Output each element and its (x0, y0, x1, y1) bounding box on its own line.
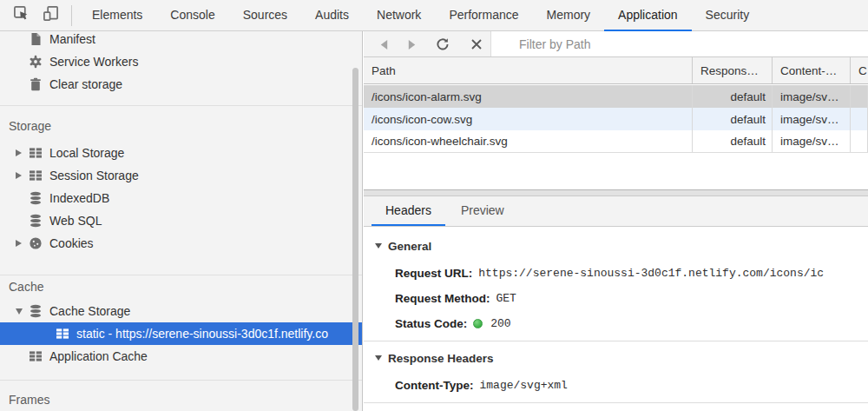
status-green-dot-icon (473, 319, 483, 328)
sidebar-item-session-storage[interactable]: Session Storage (0, 164, 362, 187)
collapse-arrow-icon (16, 308, 29, 315)
sidebar-item-label: Cache Storage (49, 304, 130, 318)
sidebar-item-service-workers[interactable]: Service Workers (0, 50, 362, 73)
sidebar-item-clear-storage[interactable]: Clear storage (0, 73, 362, 96)
table-row[interactable]: /icons/icon-cow.svg default image/sv… (364, 108, 868, 130)
delete-button[interactable] (469, 36, 484, 52)
table-grid-icon (29, 169, 43, 182)
column-header-response[interactable]: Respons… (693, 57, 773, 83)
filter-by-path-input[interactable] (491, 37, 868, 51)
sidebar-item-cache-storage[interactable]: Cache Storage (0, 300, 362, 322)
frames-section-header: Frames (0, 388, 362, 411)
toolbar-icon-group (0, 0, 71, 30)
forward-button[interactable] (404, 36, 419, 52)
detail-tab-bar: Headers Preview (364, 196, 868, 227)
tab-console[interactable]: Console (156, 0, 228, 31)
section-divider (364, 341, 868, 341)
back-button[interactable] (376, 36, 391, 52)
section-divider (0, 105, 362, 106)
inspect-cursor-icon (13, 5, 30, 25)
request-method-field: Request Method: GET (395, 286, 868, 311)
column-header-cut[interactable]: C (851, 57, 868, 83)
status-code-field: Status Code: 200 (395, 311, 868, 336)
sidebar-item-manifest[interactable]: Manifest (0, 31, 362, 50)
tab-performance[interactable]: Performance (435, 0, 532, 31)
tab-network[interactable]: Network (363, 0, 435, 31)
column-header-content[interactable]: Content-… (773, 57, 851, 83)
table-row[interactable]: /icons/icon-wheelchair.svg default image… (364, 130, 868, 153)
section-title: Frames (9, 393, 49, 407)
sidebar-item-cookies[interactable]: Cookies (0, 232, 362, 255)
column-header-path[interactable]: Path (364, 57, 693, 83)
sidebar-item-label: Clear storage (49, 77, 122, 91)
tab-security[interactable]: Security (692, 0, 764, 31)
cell-path: /icons/icon-wheelchair.svg (364, 130, 693, 152)
sidebar-item-static-cache[interactable]: static - https://serene-sinoussi-3d0c1f.… (0, 322, 362, 345)
cell-content: image/sv… (773, 108, 851, 130)
tab-application[interactable]: Application (604, 0, 692, 31)
cell-path: /icons/icon-alarm.svg (364, 85, 693, 108)
expand-arrow-icon (16, 172, 29, 179)
database-icon (29, 191, 43, 205)
sidebar-scrollbar[interactable] (352, 68, 358, 411)
expand-arrow-icon (16, 240, 29, 247)
refresh-icon (436, 37, 450, 51)
tab-audits[interactable]: Audits (301, 0, 363, 31)
database-icon (29, 214, 43, 228)
collapse-arrow-icon (375, 243, 382, 249)
cell-response: default (693, 108, 773, 130)
gear-icon (29, 55, 43, 69)
tab-headers[interactable]: Headers (372, 196, 445, 226)
sidebar-item-local-storage[interactable]: Local Storage (0, 142, 362, 164)
field-label: Request URL: (395, 267, 472, 280)
refresh-button[interactable] (435, 36, 450, 52)
section-divider (364, 402, 868, 403)
tab-elements[interactable]: Elements (78, 0, 156, 31)
tab-preview[interactable]: Preview (447, 196, 518, 226)
cell-path: /icons/icon-cow.svg (364, 108, 693, 130)
table-grid-icon (29, 146, 43, 160)
field-label: Status Code: (395, 317, 467, 330)
cell-content: image/sv… (773, 130, 851, 152)
cell-cut (851, 130, 868, 152)
field-value: GET (496, 292, 516, 305)
sidebar-item-web-sql[interactable]: Web SQL (0, 209, 362, 232)
table-grid-icon (56, 327, 69, 341)
field-value: image/svg+xml (480, 379, 568, 392)
cache-storage-panel: Path Respons… Content-… C /icons/icon-al… (364, 31, 868, 411)
cookie-icon (29, 236, 43, 250)
sidebar-item-application-cache[interactable]: Application Cache (0, 345, 362, 368)
panel-tabs: Elements Console Sources Audits Network … (78, 0, 763, 30)
field-label: Content-Type: (395, 379, 474, 392)
close-x-icon (470, 38, 483, 50)
cell-response: default (693, 130, 773, 152)
cache-section-items: Cache Storage static - https://serene-si… (0, 300, 362, 368)
tab-sources[interactable]: Sources (229, 0, 301, 31)
manifest-file-icon (29, 32, 43, 46)
sidebar-item-label: Application Cache (49, 349, 148, 363)
general-section-toggle[interactable]: General (375, 238, 868, 254)
section-title: Response Headers (388, 352, 494, 365)
horizontal-splitter[interactable] (364, 189, 868, 196)
response-headers-section-toggle[interactable]: Response Headers (375, 350, 868, 366)
collapse-arrow-icon (375, 355, 382, 361)
response-headers-fields: Content-Type: image/svg+xml (395, 373, 868, 398)
storage-section-items: Local Storage Session Storage IndexedDB (0, 142, 362, 255)
devtools-tab-bar: Elements Console Sources Audits Network … (0, 0, 868, 31)
cell-cut (851, 108, 868, 130)
request-url-field: Request URL: https://serene-sinoussi-3d0… (395, 261, 868, 286)
inspect-element-button[interactable] (12, 6, 30, 24)
filter-container (490, 31, 868, 56)
table-header-row: Path Respons… Content-… C (364, 57, 868, 84)
sidebar-item-label: Service Workers (49, 55, 138, 69)
toggle-device-toolbar-button[interactable] (42, 6, 60, 24)
trash-icon (29, 77, 43, 91)
sidebar-item-indexeddb[interactable]: IndexedDB (0, 187, 362, 209)
tab-memory[interactable]: Memory (533, 0, 605, 31)
sidebar-item-label: static - https://serene-sinoussi-3d0c1f.… (76, 327, 328, 341)
table-row[interactable]: /icons/icon-alarm.svg default image/sv… (364, 85, 868, 108)
headers-detail-view: General Request URL: https://serene-sino… (364, 227, 868, 411)
sidebar-top-items: Manifest Service Workers Clear storage (0, 31, 362, 96)
sidebar-item-label: Session Storage (49, 169, 139, 182)
sidebar-item-label: IndexedDB (49, 191, 109, 205)
